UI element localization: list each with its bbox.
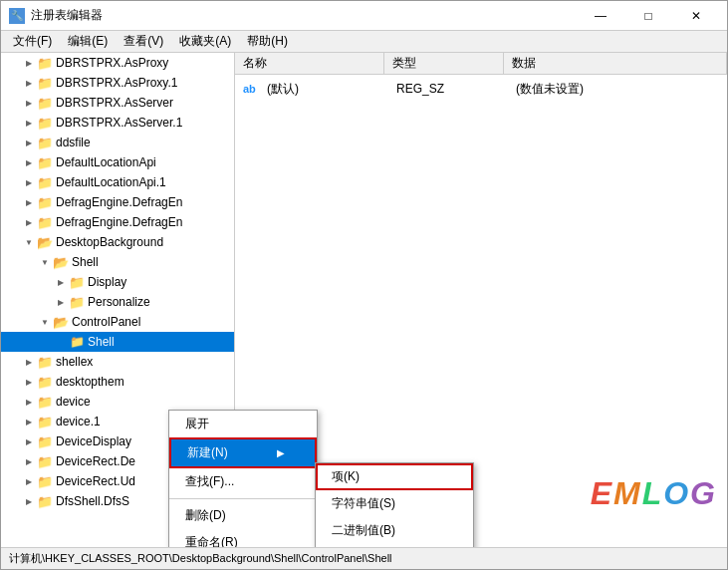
tree-item-defaultlocationapi[interactable]: ▶ DefaultLocationApi <box>1 152 234 172</box>
folder-icon <box>37 433 53 449</box>
expand-icon: ▶ <box>21 414 37 429</box>
folder-icon <box>37 394 53 410</box>
tree-item-label: ddsfile <box>56 136 91 149</box>
ctx-new-label: 新建(N) <box>187 444 228 461</box>
menu-view[interactable]: 查看(V) <box>116 31 171 52</box>
column-headers: 名称 类型 数据 <box>235 53 727 75</box>
menu-edit[interactable]: 编辑(E) <box>60 31 116 52</box>
tree-item-label: DeviceRect.De <box>56 454 135 468</box>
tree-item-label: DefragEngine.DefragEn <box>56 195 182 209</box>
expand-icon: ▶ <box>21 135 37 150</box>
ctx-rename-label: 重命名(R) <box>185 534 238 547</box>
tree-item-shell[interactable]: ▼ Shell <box>1 252 234 272</box>
folder-icon <box>53 314 69 330</box>
expand-icon: ▶ <box>53 274 69 290</box>
entry-type: REG_SZ <box>396 82 516 96</box>
expand-icon: ▶ <box>21 493 37 509</box>
registry-editor-window: 🔧 注册表编辑器 — □ ✕ 文件(F) 编辑(E) 查看(V) 收藏夹(A) … <box>0 0 728 570</box>
tree-item-label: shellex <box>56 355 93 369</box>
tree-item-label: DfsShell.DfsS <box>56 494 129 508</box>
submenu-item-string[interactable]: 字符串值(S) <box>316 490 473 517</box>
submenu-item-string-label: 字符串值(S) <box>332 496 395 510</box>
entry-type-icon: ab <box>243 83 263 95</box>
ctx-delete[interactable]: 删除(D) <box>169 502 317 529</box>
expand-icon: ▶ <box>21 154 37 170</box>
ctx-find[interactable]: 查找(F)... <box>169 468 317 495</box>
menu-help[interactable]: 帮助(H) <box>239 31 296 52</box>
window-icon: 🔧 <box>9 8 25 24</box>
tree-item-ddsfile[interactable]: ▶ ddsfile <box>1 133 234 152</box>
folder-icon <box>37 154 53 170</box>
entry-data: (数值未设置) <box>516 81 719 98</box>
expand-icon: ▶ <box>21 473 37 489</box>
ctx-new[interactable]: 新建(N) ▶ 项(K) 字符串值(S) 二进制值(B) <box>169 437 317 468</box>
folder-icon <box>37 135 53 150</box>
expand-icon: ▶ <box>21 214 37 230</box>
expand-icon: ▶ <box>21 75 37 91</box>
ctx-expand-label: 展开 <box>185 416 209 432</box>
folder-icon <box>37 214 53 230</box>
title-bar-buttons: — □ ✕ <box>578 1 719 31</box>
folder-icon <box>37 374 53 390</box>
tree-item-shellex[interactable]: ▶ shellex <box>1 352 234 372</box>
tree-item-label: device <box>56 395 91 409</box>
tree-item-display[interactable]: ▶ Display <box>1 272 234 292</box>
expand-icon: ▶ <box>21 95 37 111</box>
tree-item-label: Shell <box>72 255 99 269</box>
tree-item-device[interactable]: ▶ device <box>1 392 234 412</box>
expand-icon: ▶ <box>21 194 37 210</box>
submenu-item-dword[interactable]: DWORD (32 位值)(D) <box>316 544 473 547</box>
tree-item-desktopbackground[interactable]: ▼ DesktopBackground <box>1 232 234 252</box>
tree-item-controlpanel[interactable]: ▼ ControlPanel <box>1 312 234 332</box>
tree-item-personalize[interactable]: ▶ Personalize <box>1 292 234 312</box>
submenu-item-key[interactable]: 项(K) <box>316 463 473 490</box>
folder-icon <box>37 354 53 370</box>
tree-item-label: DefaultLocationApi.1 <box>56 175 166 189</box>
tree-item-label: DefaultLocationApi <box>56 155 156 169</box>
submenu-item-binary-label: 二进制值(B) <box>332 523 395 537</box>
minimize-button[interactable]: — <box>578 1 623 31</box>
close-button[interactable]: ✕ <box>673 1 719 31</box>
menu-file[interactable]: 文件(F) <box>5 31 60 52</box>
tree-item-label: Shell <box>88 335 115 349</box>
expand-icon: ▶ <box>21 354 37 370</box>
expand-icon: ▶ <box>21 374 37 390</box>
tree-item-label: DBRSTPRX.AsProxy <box>56 56 168 70</box>
tree-item-shell-selected[interactable]: 📁 Shell <box>1 332 234 352</box>
tree-item-dbrstprx-asproxy1[interactable]: ▶ DBRSTPRX.AsProxy.1 <box>1 73 234 93</box>
submenu-item-binary[interactable]: 二进制值(B) <box>316 517 473 544</box>
tree-item-defragengine2[interactable]: ▶ DefragEngine.DefragEn <box>1 212 234 232</box>
tree-item-defaultlocationapi1[interactable]: ▶ DefaultLocationApi.1 <box>1 172 234 192</box>
tree-item-defragengine1[interactable]: ▶ DefragEngine.DefragEn <box>1 192 234 212</box>
ctx-expand[interactable]: 展开 <box>169 411 317 437</box>
folder-icon <box>37 174 53 190</box>
tree-item-dbrstprx-asserver1[interactable]: ▶ DBRSTPRX.AsServer.1 <box>1 113 234 133</box>
menu-favorites[interactable]: 收藏夹(A) <box>171 31 239 52</box>
expand-icon: ▶ <box>21 394 37 410</box>
folder-icon <box>53 254 69 270</box>
folder-icon <box>37 55 53 71</box>
tree-item-desktopthem[interactable]: ▶ desktopthem <box>1 372 234 392</box>
tree-item-label: ControlPanel <box>72 315 140 329</box>
tree-item-label: DBRSTPRX.AsProxy.1 <box>56 76 177 90</box>
maximize-button[interactable]: □ <box>625 1 671 31</box>
tree-item-label: DeviceRect.Ud <box>56 474 135 488</box>
ctx-rename[interactable]: 重命名(R) <box>169 529 317 547</box>
submenu-arrow-icon: ▶ <box>277 447 285 458</box>
submenu: 项(K) 字符串值(S) 二进制值(B) DWORD (32 位值)(D) QW <box>315 462 474 547</box>
main-area: ▶ DBRSTPRX.AsProxy ▶ DBRSTPRX.AsProxy.1 … <box>1 53 727 547</box>
ctx-find-label: 查找(F)... <box>185 473 234 490</box>
tree-item-dbrstprx-asserver[interactable]: ▶ DBRSTPRX.AsServer <box>1 93 234 113</box>
expand-icon: ▼ <box>37 254 53 270</box>
tree-item-label: Display <box>88 275 126 289</box>
expand-icon: ▶ <box>21 174 37 190</box>
tree-item-label: DeviceDisplay <box>56 434 131 448</box>
expand-icon: ▶ <box>53 294 69 310</box>
folder-icon <box>37 95 53 111</box>
col-header-data: 数据 <box>504 53 727 74</box>
registry-entry-default[interactable]: ab (默认) REG_SZ (数值未设置) <box>235 79 727 99</box>
folder-icon <box>37 234 53 250</box>
folder-icon <box>69 294 85 310</box>
tree-item-label: desktopthem <box>56 375 124 389</box>
tree-item-dbrstprx-asproxy[interactable]: ▶ DBRSTPRX.AsProxy <box>1 53 234 73</box>
